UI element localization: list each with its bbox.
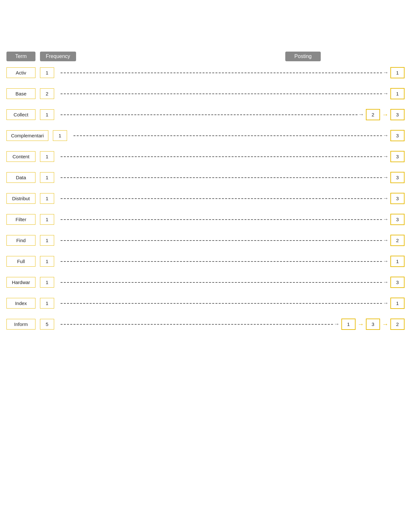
table-row: Data1→3: [6, 172, 405, 183]
frequency-box: 1: [40, 172, 54, 183]
frequency-box: 1: [40, 235, 54, 246]
table-row: Complementari1→3: [6, 130, 405, 141]
table-row: Distribut1→3: [6, 193, 405, 204]
dashed-line: [61, 219, 382, 220]
table-row: Filter1→3: [6, 214, 405, 225]
term-box: Hardwar: [6, 277, 35, 288]
yellow-arrow-icon: →: [357, 320, 364, 328]
frequency-box: 1: [40, 67, 54, 78]
dashed-line-container: →: [57, 153, 388, 160]
posting-box: 2: [390, 319, 405, 330]
dashed-line-container: →: [57, 237, 388, 244]
dashed-line: [61, 282, 382, 283]
table-row: Hardwar1→3: [6, 277, 405, 288]
dashed-line: [61, 177, 382, 178]
arrow-icon: →: [383, 237, 388, 244]
dashed-line: [61, 94, 382, 94]
dashed-line: [61, 261, 382, 262]
table-row: Activ1→1: [6, 67, 405, 78]
term-box: Filter: [6, 214, 35, 225]
dashed-line-container: →: [57, 90, 388, 97]
posting-box: 1: [390, 298, 405, 309]
arrow-icon: →: [334, 321, 339, 328]
table-row: Collect1→2→3: [6, 109, 405, 120]
posting-area: 1→3→2: [341, 319, 405, 330]
dashed-line-container: →: [57, 300, 388, 307]
frequency-box: 1: [40, 298, 54, 309]
dashed-line-container: →: [57, 69, 388, 76]
table-row: Find1→2: [6, 235, 405, 246]
dashed-line-container: →: [57, 321, 339, 328]
table-row: Index1→1: [6, 298, 405, 309]
arrow-icon: →: [383, 258, 388, 265]
term-box: Index: [6, 298, 35, 309]
posting-box: 1: [390, 256, 405, 267]
posting-box: 3: [390, 151, 405, 162]
posting-area: 3: [390, 130, 405, 141]
arrow-icon: →: [383, 174, 388, 181]
header-posting: Posting: [285, 52, 321, 61]
table-row: Base2→1: [6, 88, 405, 99]
dashed-line-container: →: [57, 195, 388, 202]
term-box: Distribut: [6, 193, 35, 204]
main-container: Term Frequency Posting Activ1→1Base2→1Co…: [0, 0, 411, 359]
rows-container: Activ1→1Base2→1Collect1→2→3Complementari…: [6, 67, 405, 330]
posting-area: 3: [390, 214, 405, 225]
dashed-line: [73, 135, 382, 136]
posting-area: 2→3: [366, 109, 405, 120]
posting-box: 1: [341, 319, 356, 330]
header-frequency: Frequency: [40, 52, 76, 61]
arrow-icon: →: [383, 90, 388, 97]
dashed-line: [61, 240, 382, 241]
posting-box: 2: [366, 109, 380, 120]
term-box: Find: [6, 235, 35, 246]
posting-area: 2: [390, 235, 405, 246]
dashed-line-container: →: [70, 132, 388, 139]
term-box: Base: [6, 88, 35, 99]
yellow-arrow-icon: →: [382, 111, 388, 118]
dashed-line: [61, 156, 382, 157]
dashed-line: [61, 324, 333, 325]
frequency-box: 1: [40, 214, 54, 225]
yellow-arrow-icon: →: [382, 320, 388, 328]
dashed-line: [61, 114, 357, 115]
frequency-box: 1: [40, 256, 54, 267]
term-box: Activ: [6, 67, 35, 78]
term-box: Content: [6, 151, 35, 162]
posting-area: 3: [390, 193, 405, 204]
arrow-icon: →: [383, 195, 388, 202]
dashed-line-container: →: [57, 216, 388, 223]
dashed-line-container: →: [57, 258, 388, 265]
posting-box: 1: [390, 67, 405, 78]
arrow-icon: →: [383, 132, 388, 139]
dashed-line: [61, 303, 382, 304]
arrow-icon: →: [383, 69, 388, 76]
frequency-box: 1: [53, 130, 67, 141]
posting-area: 3: [390, 172, 405, 183]
frequency-box: 2: [40, 88, 54, 99]
frequency-box: 1: [40, 277, 54, 288]
posting-box: 3: [390, 109, 405, 120]
dashed-line: [61, 198, 382, 199]
posting-area: 1: [390, 88, 405, 99]
posting-box: 2: [390, 235, 405, 246]
arrow-icon: →: [383, 279, 388, 286]
arrow-icon: →: [383, 153, 388, 160]
dashed-line-container: →: [57, 279, 388, 286]
term-box: Complementari: [6, 130, 48, 141]
arrow-icon: →: [383, 300, 388, 307]
frequency-box: 1: [40, 151, 54, 162]
table-row: Full1→1: [6, 256, 405, 267]
posting-box: 3: [390, 130, 405, 141]
dashed-line-container: →: [57, 174, 388, 181]
posting-box: 3: [390, 172, 405, 183]
posting-box: 1: [390, 88, 405, 99]
header-row: Term Frequency Posting: [6, 52, 405, 61]
term-box: Collect: [6, 109, 35, 120]
table-row: Content1→3: [6, 151, 405, 162]
arrow-icon: →: [358, 111, 364, 118]
dashed-line-container: →: [57, 111, 364, 118]
dashed-line: [61, 73, 382, 73]
term-box: Full: [6, 256, 35, 267]
posting-box: 3: [390, 277, 405, 288]
